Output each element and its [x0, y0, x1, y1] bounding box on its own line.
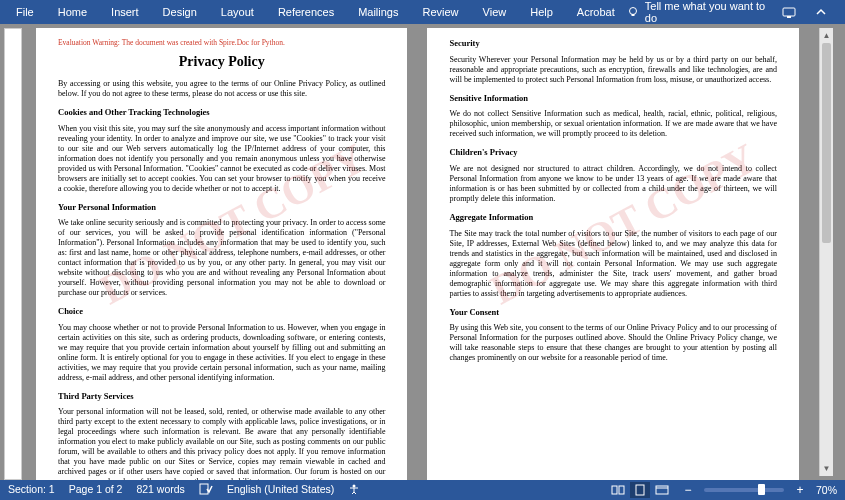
scroll-up-button[interactable]: ▲: [820, 28, 833, 43]
tab-view[interactable]: View: [471, 0, 519, 24]
svg-rect-9: [656, 486, 668, 494]
cookies-paragraph: When you visit this site, you may surf t…: [58, 124, 385, 194]
security-heading: Security: [449, 38, 776, 49]
intro-paragraph: By accessing or using this website, you …: [58, 79, 385, 99]
children-paragraph: We are not designed nor structured to at…: [449, 164, 776, 204]
tab-references[interactable]: References: [266, 0, 346, 24]
svg-rect-8: [636, 485, 644, 495]
scrollbar-track[interactable]: [820, 43, 833, 461]
svg-rect-1: [631, 14, 634, 16]
vertical-ruler[interactable]: [4, 28, 22, 480]
aggregate-heading: Aggregate Information: [449, 212, 776, 223]
zoom-out-button[interactable]: −: [682, 483, 694, 497]
print-layout-icon[interactable]: [630, 482, 650, 498]
tell-me-search[interactable]: Tell me what you want to do: [627, 0, 777, 24]
svg-rect-2: [783, 8, 795, 16]
status-bar: Section: 1 Page 1 of 2 821 words English…: [0, 480, 845, 500]
choice-paragraph: You may choose whether or not to provide…: [58, 323, 385, 383]
sensitive-heading: Sensitive Information: [449, 93, 776, 104]
security-paragraph: Security Wherever your Personal Informat…: [449, 55, 776, 85]
svg-rect-4: [200, 484, 208, 494]
status-accessibility-icon[interactable]: [348, 483, 360, 497]
tell-me-label: Tell me what you want to do: [645, 0, 777, 24]
status-section[interactable]: Section: 1: [8, 483, 55, 497]
third-party-heading: Third Party Services: [58, 391, 385, 402]
tab-layout[interactable]: Layout: [209, 0, 266, 24]
sensitive-paragraph: We do not collect Sensitive Information …: [449, 109, 776, 139]
read-mode-icon[interactable]: [608, 482, 628, 498]
status-page[interactable]: Page 1 of 2: [69, 483, 123, 497]
svg-rect-6: [612, 486, 617, 494]
page-1[interactable]: DO NOT COPY Evaluation Warning: The docu…: [36, 28, 407, 480]
personal-heading: Your Personal Information: [58, 202, 385, 213]
document-title: Privacy Policy: [58, 53, 385, 71]
tab-file[interactable]: File: [4, 0, 46, 24]
tab-design[interactable]: Design: [151, 0, 209, 24]
status-language[interactable]: English (United States): [227, 483, 334, 497]
tab-mailings[interactable]: Mailings: [346, 0, 410, 24]
svg-rect-7: [619, 486, 624, 494]
cookies-heading: Cookies and Other Tracking Technologies: [58, 107, 385, 118]
web-layout-icon[interactable]: [652, 482, 672, 498]
lightbulb-icon: [627, 6, 639, 18]
third-party-paragraph: Your personal information will not be le…: [58, 407, 385, 480]
tab-acrobat[interactable]: Acrobat: [565, 0, 627, 24]
view-buttons: [608, 482, 672, 498]
status-spellcheck-icon[interactable]: [199, 483, 213, 497]
svg-rect-3: [787, 16, 791, 18]
vertical-scrollbar[interactable]: ▲ ▼: [819, 28, 833, 476]
consent-paragraph: By using this Web site, you consent to t…: [449, 323, 776, 363]
tab-insert[interactable]: Insert: [99, 0, 151, 24]
children-heading: Children's Privacy: [449, 147, 776, 158]
tab-review[interactable]: Review: [411, 0, 471, 24]
tab-help[interactable]: Help: [518, 0, 565, 24]
zoom-slider-thumb[interactable]: [758, 484, 765, 495]
document-area: DO NOT COPY Evaluation Warning: The docu…: [0, 24, 845, 480]
zoom-slider[interactable]: [704, 488, 784, 492]
evaluation-warning: Evaluation Warning: The document was cre…: [58, 38, 385, 47]
svg-point-5: [353, 485, 356, 488]
collapse-ribbon-icon[interactable]: [809, 2, 833, 22]
choice-heading: Choice: [58, 306, 385, 317]
personal-paragraph: We take online security seriously and is…: [58, 218, 385, 298]
scrollbar-thumb[interactable]: [822, 43, 831, 243]
zoom-level[interactable]: 70%: [816, 484, 837, 496]
consent-heading: Your Consent: [449, 307, 776, 318]
status-words[interactable]: 821 words: [136, 483, 184, 497]
share-icon[interactable]: [777, 2, 801, 22]
scroll-down-button[interactable]: ▼: [820, 461, 833, 476]
tab-home[interactable]: Home: [46, 0, 99, 24]
zoom-in-button[interactable]: +: [794, 483, 806, 497]
aggregate-paragraph: The Site may track the total number of v…: [449, 229, 776, 299]
page-2[interactable]: DO NOT COPY Security Security Wherever y…: [427, 28, 798, 480]
svg-point-0: [629, 8, 636, 15]
ribbon: File Home Insert Design Layout Reference…: [0, 0, 845, 24]
